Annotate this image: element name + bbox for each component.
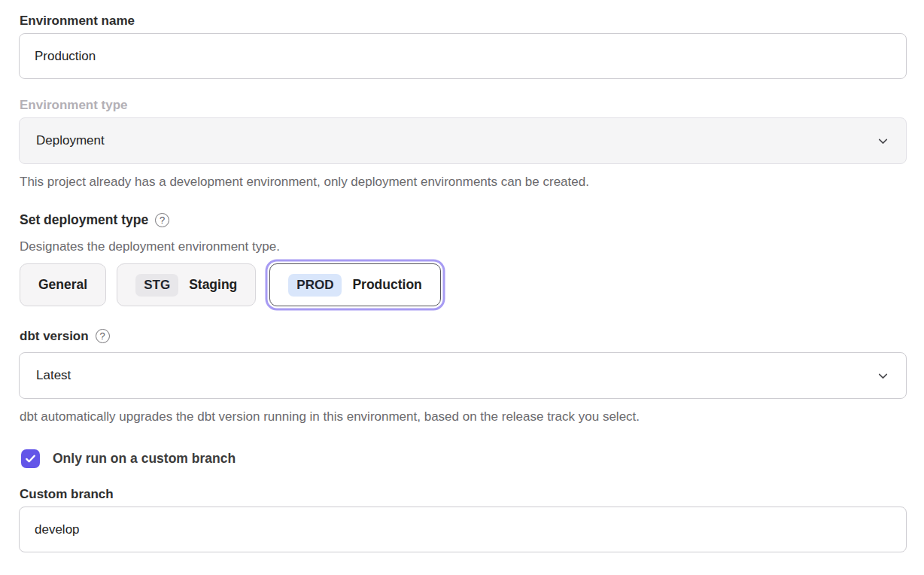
deployment-type-options: General STG Staging PROD Production	[20, 263, 907, 306]
dbt-version-helper: dbt automatically upgrades the dbt versi…	[20, 409, 907, 424]
deployment-type-general-button[interactable]: General	[20, 263, 106, 306]
deployment-type-heading-text: Set deployment type	[20, 211, 148, 228]
dbt-version-label-row: dbt version ?	[20, 328, 907, 344]
dbt-version-label: dbt version	[20, 328, 89, 344]
dbt-version-value: Latest	[36, 368, 71, 383]
environment-type-label: Environment type	[20, 97, 907, 113]
custom-branch-toggle-label[interactable]: Only run on a custom branch	[53, 451, 236, 467]
environment-name-label: Environment name	[20, 13, 907, 29]
environment-type-value: Deployment	[36, 133, 105, 148]
environment-name-input[interactable]	[19, 33, 907, 79]
general-button-label: General	[38, 277, 87, 293]
checkmark-icon	[25, 453, 36, 464]
help-question-icon[interactable]: ?	[155, 213, 169, 227]
deployment-type-staging-button[interactable]: STG Staging	[117, 263, 256, 306]
deployment-type-description: Designates the deployment environment ty…	[20, 239, 907, 254]
custom-branch-checkbox[interactable]	[21, 449, 40, 468]
custom-branch-input[interactable]	[19, 507, 907, 552]
dbt-version-select[interactable]: Latest	[19, 352, 907, 399]
production-button-label: Production	[352, 277, 421, 293]
staging-badge: STG	[135, 274, 178, 297]
prod-badge: PROD	[288, 274, 342, 297]
environment-type-helper: This project already has a development e…	[20, 174, 907, 190]
environment-settings-form: Environment name Environment type Deploy…	[0, 0, 924, 552]
deployment-type-production-button[interactable]: PROD Production	[269, 263, 440, 306]
chevron-down-icon	[877, 135, 889, 148]
deployment-type-heading: Set deployment type ?	[20, 211, 907, 228]
custom-branch-label: Custom branch	[20, 486, 907, 502]
staging-button-label: Staging	[189, 277, 237, 293]
help-question-icon[interactable]: ?	[96, 329, 110, 343]
custom-branch-toggle-row: Only run on a custom branch	[21, 449, 907, 468]
environment-type-select: Deployment	[19, 117, 907, 164]
chevron-down-icon	[877, 370, 889, 382]
